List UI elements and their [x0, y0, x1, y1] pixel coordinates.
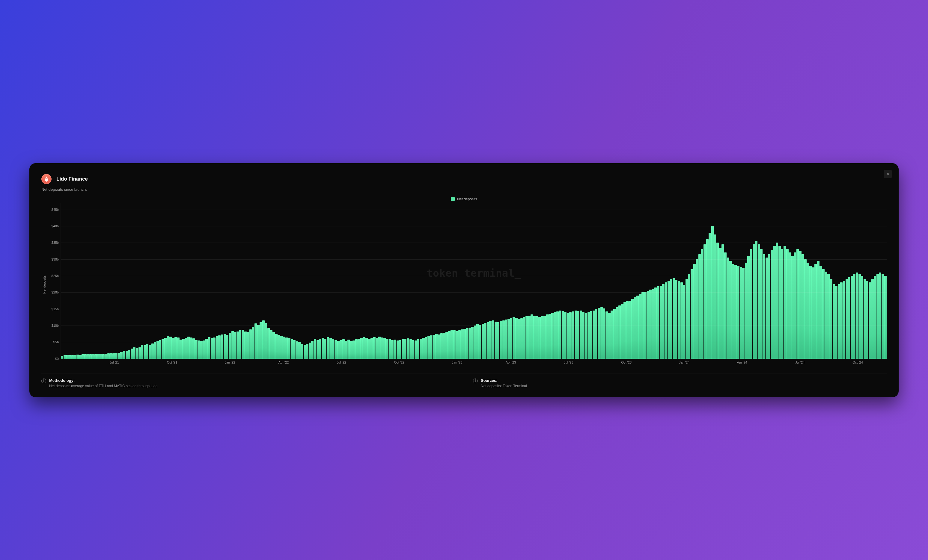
bar — [97, 354, 99, 358]
bar — [118, 353, 120, 359]
bar — [856, 272, 858, 359]
bar — [572, 312, 574, 358]
bar — [306, 344, 308, 359]
bar — [489, 321, 491, 358]
bar — [185, 338, 187, 359]
bar — [582, 312, 585, 359]
bar — [882, 274, 884, 358]
bar — [848, 277, 850, 358]
bar — [833, 284, 835, 359]
bar — [479, 325, 481, 359]
bar — [298, 342, 301, 358]
bar — [288, 338, 290, 359]
bar — [766, 257, 768, 358]
bar — [192, 338, 195, 358]
bar — [79, 355, 81, 358]
bar — [606, 312, 608, 358]
bar — [704, 244, 706, 359]
bar — [330, 338, 332, 359]
bar — [391, 340, 394, 359]
bar — [466, 328, 469, 359]
bar — [654, 288, 657, 359]
bar — [864, 279, 866, 359]
bar — [368, 339, 371, 358]
bar — [822, 269, 824, 359]
bar — [208, 337, 211, 359]
bar — [507, 319, 510, 359]
bar — [69, 355, 71, 358]
bar — [376, 338, 378, 359]
bar — [543, 316, 546, 359]
bar — [621, 304, 623, 359]
bar — [213, 338, 215, 359]
legend-label: Net deposits — [457, 197, 477, 201]
bar — [324, 339, 327, 358]
bar — [814, 264, 817, 358]
y-tick-label: $30b — [52, 257, 59, 261]
bar — [399, 340, 401, 359]
bar — [438, 335, 440, 359]
bar — [872, 279, 874, 359]
bar — [427, 336, 430, 358]
bar — [272, 332, 275, 359]
bar — [224, 334, 226, 359]
info-icon: i — [41, 379, 46, 383]
bar — [487, 322, 489, 359]
lido-logo-icon — [41, 174, 52, 184]
bar — [107, 353, 110, 359]
bar — [722, 244, 724, 359]
bar — [861, 276, 863, 359]
bar — [373, 337, 375, 359]
bar — [74, 355, 76, 358]
y-tick-label: $10b — [52, 324, 59, 327]
bar — [538, 317, 541, 358]
bar — [820, 266, 822, 359]
bar — [515, 318, 517, 358]
bar — [371, 338, 373, 359]
bar — [293, 340, 296, 359]
bar — [345, 341, 347, 359]
bar — [799, 251, 801, 359]
close-button[interactable]: ✕ — [884, 170, 892, 178]
bar — [314, 339, 316, 358]
bar — [322, 338, 324, 359]
bar — [133, 347, 136, 359]
bar — [600, 307, 603, 358]
bar — [531, 315, 533, 358]
bar — [691, 269, 693, 359]
bar — [87, 354, 89, 358]
bar — [673, 278, 675, 359]
bar — [231, 331, 234, 359]
chart-plot[interactable]: token terminal_ — [61, 203, 887, 359]
bar — [585, 313, 587, 359]
bar — [446, 332, 448, 359]
bar — [139, 347, 141, 359]
bar — [616, 307, 618, 358]
y-tick-label: $0 — [55, 357, 59, 361]
bar — [394, 339, 396, 358]
y-tick-label: $25b — [52, 274, 59, 278]
bar — [435, 334, 438, 359]
y-axis-title: Net deposits — [41, 203, 46, 366]
x-tick-label: Oct '22 — [394, 361, 404, 364]
bar — [221, 335, 223, 359]
y-axis-ticks: $0$5b$10b$15b$20b$25b$30b$35b$40b$45b — [46, 203, 61, 359]
bar — [463, 329, 466, 359]
bar — [430, 335, 432, 358]
divider — [41, 373, 887, 373]
info-icon: i — [473, 379, 478, 383]
bar — [556, 312, 559, 358]
y-tick-label: $5b — [53, 340, 59, 344]
bar — [876, 274, 879, 358]
bar — [136, 348, 138, 358]
bar — [734, 265, 737, 358]
bar — [211, 338, 213, 359]
bar — [252, 327, 254, 358]
bar — [502, 320, 505, 358]
bar — [716, 243, 719, 358]
x-tick-label: Oct '24 — [852, 361, 863, 364]
bar — [525, 316, 528, 359]
bar — [732, 264, 734, 358]
bar — [350, 341, 353, 359]
bar — [517, 319, 520, 359]
